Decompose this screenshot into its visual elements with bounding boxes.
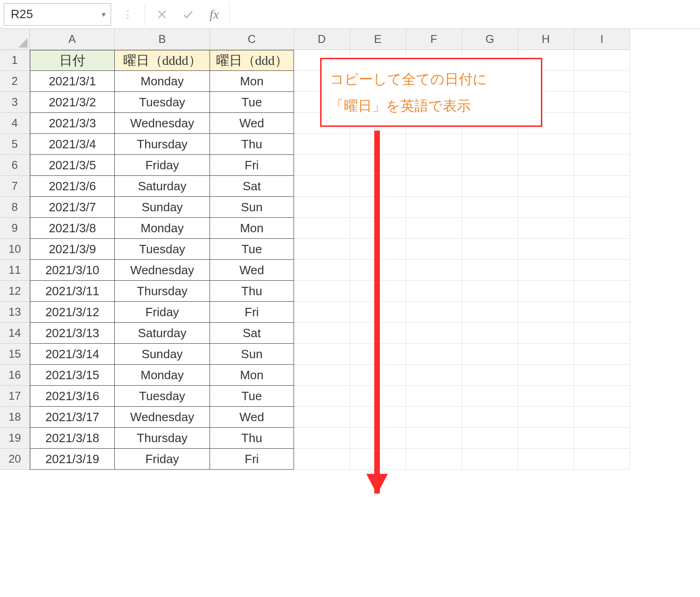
cell-F12[interactable] <box>406 281 462 302</box>
row-header-19[interactable]: 19 <box>0 428 30 449</box>
cell-A20[interactable]: 2021/3/19 <box>30 449 115 470</box>
cell-A1[interactable]: 日付 <box>30 50 115 71</box>
cell-A11[interactable]: 2021/3/10 <box>30 260 115 281</box>
cell-B4[interactable]: Wednesday <box>115 113 210 134</box>
select-all-corner[interactable] <box>0 29 30 50</box>
cell-C8[interactable]: Sun <box>210 197 294 218</box>
cell-B2[interactable]: Monday <box>115 71 210 92</box>
cell-H10[interactable] <box>518 239 574 260</box>
cell-B16[interactable]: Monday <box>115 365 210 386</box>
cell-I11[interactable] <box>574 260 630 281</box>
cell-B18[interactable]: Wednesday <box>115 407 210 428</box>
cell-G19[interactable] <box>462 428 518 449</box>
cell-G10[interactable] <box>462 239 518 260</box>
cell-A2[interactable]: 2021/3/1 <box>30 71 115 92</box>
cell-I4[interactable] <box>574 113 630 134</box>
cell-B14[interactable]: Saturday <box>115 323 210 344</box>
row-header-1[interactable]: 1 <box>0 50 30 71</box>
column-header-B[interactable]: B <box>115 29 210 50</box>
cell-A14[interactable]: 2021/3/13 <box>30 323 115 344</box>
row-header-12[interactable]: 12 <box>0 281 30 302</box>
enter-icon[interactable] <box>175 3 201 26</box>
cell-F5[interactable] <box>406 134 462 155</box>
cell-C9[interactable]: Mon <box>210 218 294 239</box>
formula-bar-options-icon[interactable]: ⋮ <box>115 3 141 26</box>
column-header-C[interactable]: C <box>210 29 294 50</box>
cell-F8[interactable] <box>406 197 462 218</box>
cell-G16[interactable] <box>462 365 518 386</box>
cell-D12[interactable] <box>294 281 350 302</box>
cell-D14[interactable] <box>294 323 350 344</box>
cell-B17[interactable]: Tuesday <box>115 386 210 407</box>
cell-F6[interactable] <box>406 155 462 176</box>
cell-F19[interactable] <box>406 428 462 449</box>
cell-C1[interactable]: 曜日（ddd） <box>210 50 294 71</box>
cell-I17[interactable] <box>574 386 630 407</box>
cell-F16[interactable] <box>406 365 462 386</box>
cell-I6[interactable] <box>574 155 630 176</box>
cell-D16[interactable] <box>294 365 350 386</box>
cell-G12[interactable] <box>462 281 518 302</box>
cell-H18[interactable] <box>518 407 574 428</box>
cell-H6[interactable] <box>518 155 574 176</box>
cell-D8[interactable] <box>294 197 350 218</box>
cell-F13[interactable] <box>406 302 462 323</box>
cell-B6[interactable]: Friday <box>115 155 210 176</box>
cell-C3[interactable]: Tue <box>210 92 294 113</box>
cell-A18[interactable]: 2021/3/17 <box>30 407 115 428</box>
row-header-17[interactable]: 17 <box>0 386 30 407</box>
cell-C6[interactable]: Fri <box>210 155 294 176</box>
cell-A12[interactable]: 2021/3/11 <box>30 281 115 302</box>
cell-H20[interactable] <box>518 449 574 470</box>
cell-H5[interactable] <box>518 134 574 155</box>
cell-B20[interactable]: Friday <box>115 449 210 470</box>
cell-D18[interactable] <box>294 407 350 428</box>
cell-G9[interactable] <box>462 218 518 239</box>
cell-D19[interactable] <box>294 428 350 449</box>
cell-I13[interactable] <box>574 302 630 323</box>
cell-I9[interactable] <box>574 218 630 239</box>
cell-A16[interactable]: 2021/3/15 <box>30 365 115 386</box>
cell-B7[interactable]: Saturday <box>115 176 210 197</box>
cell-D7[interactable] <box>294 176 350 197</box>
cell-B12[interactable]: Thursday <box>115 281 210 302</box>
cell-I15[interactable] <box>574 344 630 365</box>
row-header-10[interactable]: 10 <box>0 239 30 260</box>
cell-H15[interactable] <box>518 344 574 365</box>
cell-B1[interactable]: 曜日（dddd） <box>115 50 210 71</box>
cell-A19[interactable]: 2021/3/18 <box>30 428 115 449</box>
row-header-5[interactable]: 5 <box>0 134 30 155</box>
cell-G8[interactable] <box>462 197 518 218</box>
row-header-14[interactable]: 14 <box>0 323 30 344</box>
row-header-7[interactable]: 7 <box>0 176 30 197</box>
cell-I19[interactable] <box>574 428 630 449</box>
cell-F9[interactable] <box>406 218 462 239</box>
cell-I20[interactable] <box>574 449 630 470</box>
cell-G14[interactable] <box>462 323 518 344</box>
cell-A3[interactable]: 2021/3/2 <box>30 92 115 113</box>
cell-A9[interactable]: 2021/3/8 <box>30 218 115 239</box>
column-header-G[interactable]: G <box>462 29 518 50</box>
row-header-11[interactable]: 11 <box>0 260 30 281</box>
column-header-E[interactable]: E <box>350 29 406 50</box>
cell-D6[interactable] <box>294 155 350 176</box>
cell-C13[interactable]: Fri <box>210 302 294 323</box>
row-header-3[interactable]: 3 <box>0 92 30 113</box>
cell-D17[interactable] <box>294 386 350 407</box>
cell-A10[interactable]: 2021/3/9 <box>30 239 115 260</box>
cell-F10[interactable] <box>406 239 462 260</box>
cell-F17[interactable] <box>406 386 462 407</box>
cell-H13[interactable] <box>518 302 574 323</box>
cell-H17[interactable] <box>518 386 574 407</box>
cell-C20[interactable]: Fri <box>210 449 294 470</box>
cell-D15[interactable] <box>294 344 350 365</box>
row-header-13[interactable]: 13 <box>0 302 30 323</box>
cell-A8[interactable]: 2021/3/7 <box>30 197 115 218</box>
cell-A13[interactable]: 2021/3/12 <box>30 302 115 323</box>
cell-F18[interactable] <box>406 407 462 428</box>
cell-I16[interactable] <box>574 365 630 386</box>
cell-C12[interactable]: Thu <box>210 281 294 302</box>
cell-B15[interactable]: Sunday <box>115 344 210 365</box>
row-header-18[interactable]: 18 <box>0 407 30 428</box>
formula-input[interactable] <box>229 3 696 26</box>
